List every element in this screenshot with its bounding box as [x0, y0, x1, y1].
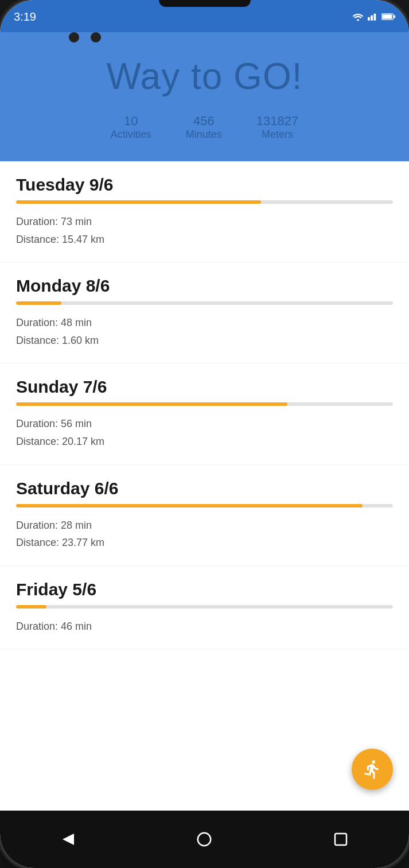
top-notch: [159, 0, 251, 7]
duration-friday: Duration: 46 min: [16, 621, 92, 632]
back-icon: [60, 831, 77, 848]
activity-detail-sunday: Duration: 56 min Distance: 20.17 km: [16, 415, 393, 450]
status-icons: [352, 12, 395, 21]
activity-item-friday[interactable]: Friday 5/6 Duration: 46 min: [0, 566, 409, 650]
activity-item-sunday[interactable]: Sunday 7/6 Duration: 56 min Distance: 20…: [0, 363, 409, 464]
svg-rect-5: [382, 14, 392, 19]
runner-icon: [362, 759, 383, 780]
camera-right: [91, 32, 101, 42]
stat-activities-value: 10: [111, 114, 151, 129]
activity-day: Monday 8/6: [16, 276, 393, 296]
distance-tuesday: Distance: 15.47 km: [16, 234, 104, 245]
nav-recents-button[interactable]: [324, 822, 358, 857]
progress-bar-sunday: [16, 402, 393, 406]
progress-fill-monday: [16, 301, 61, 305]
activity-detail-saturday: Duration: 28 min Distance: 23.77 km: [16, 517, 393, 552]
stat-activities-label: Activities: [111, 129, 151, 140]
activity-day: Tuesday 9/6: [16, 175, 393, 195]
progress-bar-monday: [16, 301, 393, 305]
svg-rect-1: [371, 16, 373, 21]
activity-detail-monday: Duration: 48 min Distance: 1.60 km: [16, 314, 393, 349]
activity-item-saturday[interactable]: Saturday 6/6 Duration: 28 min Distance: …: [0, 465, 409, 566]
header-title: Way to GO!: [14, 55, 395, 98]
distance-monday: Distance: 1.60 km: [16, 335, 99, 346]
battery-icon: [381, 13, 395, 21]
duration-monday: Duration: 48 min: [16, 317, 92, 328]
distance-sunday: Distance: 20.17 km: [16, 436, 104, 447]
svg-marker-6: [63, 834, 74, 845]
stat-meters-value: 131827: [256, 114, 298, 129]
progress-fill-saturday: [16, 504, 363, 507]
distance-saturday: Distance: 23.77 km: [16, 537, 104, 548]
progress-bar-friday: [16, 605, 393, 609]
status-time: 3:19: [14, 10, 36, 24]
progress-fill-tuesday: [16, 200, 261, 204]
home-icon: [196, 831, 213, 848]
stat-meters-label: Meters: [262, 129, 293, 140]
svg-point-7: [198, 833, 211, 846]
stat-meters: 131827 Meters: [256, 114, 298, 141]
duration-saturday: Duration: 28 min: [16, 520, 92, 531]
progress-fill-sunday: [16, 402, 287, 406]
activity-day: Saturday 6/6: [16, 479, 393, 498]
progress-fill-friday: [16, 605, 46, 609]
nav-back-button[interactable]: [51, 822, 85, 857]
header-stats: 10 Activities 456 Minutes 131827 Meters: [14, 114, 395, 141]
nav-bar: [0, 811, 409, 868]
activity-day: Sunday 7/6: [16, 377, 393, 397]
activity-detail-tuesday: Duration: 73 min Distance: 15.47 km: [16, 213, 393, 248]
svg-rect-8: [335, 834, 346, 845]
recents-icon: [332, 831, 349, 848]
stat-minutes-value: 456: [186, 114, 222, 129]
svg-rect-0: [368, 17, 370, 21]
stat-activities: 10 Activities: [111, 114, 151, 141]
svg-rect-4: [394, 15, 395, 18]
svg-rect-2: [374, 14, 376, 21]
activity-item-tuesday[interactable]: Tuesday 9/6 Duration: 73 min Distance: 1…: [0, 161, 409, 262]
activities-list: Tuesday 9/6 Duration: 73 min Distance: 1…: [0, 161, 409, 811]
progress-bar-saturday: [16, 504, 393, 507]
app-header: Way to GO! 10 Activities 456 Minutes 131…: [0, 32, 409, 161]
progress-bar-tuesday: [16, 200, 393, 204]
activity-detail-friday: Duration: 46 min: [16, 618, 393, 636]
phone-frame: 3:19 W: [0, 0, 409, 868]
duration-sunday: Duration: 56 min: [16, 418, 92, 429]
activity-item-monday[interactable]: Monday 8/6 Duration: 48 min Distance: 1.…: [0, 262, 409, 363]
stat-minutes: 456 Minutes: [186, 114, 222, 141]
camera-left: [69, 32, 79, 42]
wifi-icon: [352, 12, 364, 21]
add-activity-fab[interactable]: [352, 749, 393, 790]
nav-home-button[interactable]: [187, 822, 221, 857]
signal-icon: [368, 12, 378, 21]
activity-day: Friday 5/6: [16, 580, 393, 599]
stat-minutes-label: Minutes: [186, 129, 222, 140]
duration-tuesday: Duration: 73 min: [16, 216, 92, 227]
phone-screen: 3:19 W: [0, 0, 409, 868]
